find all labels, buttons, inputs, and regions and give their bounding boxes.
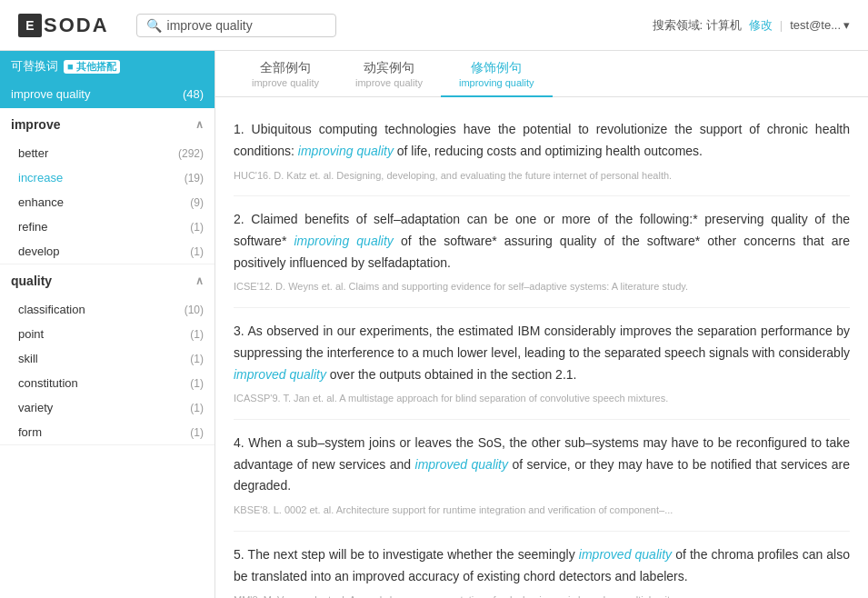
- sidebar-item-classification[interactable]: classification (10): [0, 297, 215, 322]
- sentence-1-highlight: improving quality: [298, 144, 394, 158]
- sidebar-phrase: improve quality (48): [0, 82, 215, 108]
- dropdown-arrow-icon: ▾: [843, 18, 850, 32]
- tab-verb[interactable]: 动宾例句 improve quality: [337, 51, 441, 97]
- sidebar-item-increase-label: increase: [18, 171, 63, 184]
- sidebar-phrase-text: improve quality: [11, 87, 90, 101]
- search-icon: 🔍: [146, 18, 162, 33]
- tab-all[interactable]: 全部例句 improve quality: [234, 51, 337, 97]
- sentence-5-ref: MM'8. M. Varewyck et. al. A novel chroma…: [234, 593, 850, 598]
- sentence-3: 3. As observed in our experiments, the e…: [234, 308, 850, 420]
- search-bar[interactable]: 🔍: [136, 14, 336, 37]
- sidebar-section-improve: improve ∧ better (292) increase (19) enh…: [0, 108, 215, 264]
- sidebar-item-constitution[interactable]: constitution (1): [0, 371, 215, 395]
- sidebar-item-develop-label: develop: [18, 244, 60, 258]
- sidebar-item-refine[interactable]: refine (1): [0, 214, 215, 239]
- sidebar-other-label: ■ 其他搭配: [64, 60, 120, 74]
- sidebar: 可替换词 ■ 其他搭配 improve quality (48) improve…: [0, 51, 215, 598]
- sidebar-section-quality-label: quality: [11, 274, 52, 288]
- sidebar-item-enhance-count: (9): [190, 196, 204, 209]
- sidebar-item-develop[interactable]: develop (1): [0, 239, 215, 264]
- sentence-1-ref: HUC'16. D. Katz et. al. Designing, devel…: [234, 168, 850, 184]
- sidebar-item-enhance-label: enhance: [18, 195, 64, 209]
- sentence-2: 2. Claimed benefits of self–adaptation c…: [234, 196, 850, 308]
- chevron-up-icon-quality: ∧: [195, 274, 204, 287]
- chevron-up-icon: ∧: [195, 118, 204, 131]
- sidebar-item-variety[interactable]: variety (1): [0, 395, 215, 420]
- sidebar-item-increase-count: (19): [185, 172, 204, 184]
- sidebar-item-form[interactable]: form (1): [0, 420, 215, 444]
- sidebar-item-better-label: better: [18, 146, 48, 160]
- sentence-2-text: 2. Claimed benefits of self–adaptation c…: [234, 209, 850, 274]
- modify-link[interactable]: 修改: [749, 17, 773, 34]
- tab-modifier[interactable]: 修饰例句 improving quality: [441, 51, 553, 97]
- logo: E SODA: [18, 14, 109, 37]
- sidebar-item-skill[interactable]: skill (1): [0, 346, 215, 371]
- main-layout: 可替换词 ■ 其他搭配 improve quality (48) improve…: [0, 51, 868, 598]
- sentence-2-highlight: improving quality: [294, 234, 394, 248]
- sentence-3-text: 3. As observed in our experiments, the e…: [234, 321, 850, 385]
- sentence-3-highlight: improved quality: [234, 367, 326, 382]
- sidebar-item[interactable]: better (292): [0, 141, 215, 165]
- sidebar-header-label: 可替换词: [11, 58, 58, 75]
- sentence-2-ref: ICSE'12. D. Weyns et. al. Claims and sup…: [234, 279, 850, 294]
- sidebar-item-point[interactable]: point (1): [0, 322, 215, 346]
- sentence-5-highlight: improved quality: [579, 547, 672, 562]
- sentence-5: 5. The next step will be to investigate …: [234, 532, 850, 598]
- header-right: 搜索领域: 计算机 修改 | test@te... ▾: [653, 17, 850, 34]
- logo-icon: E: [18, 14, 42, 37]
- sidebar-item-increase[interactable]: increase (19): [0, 165, 215, 190]
- sidebar-section-improve-label: improve: [11, 117, 60, 132]
- header: E SODA 🔍 搜索领域: 计算机 修改 | test@te... ▾: [0, 0, 868, 51]
- sidebar-section-quality: quality ∧ classification (10) point (1) …: [0, 264, 215, 445]
- tab-verb-sub: improve quality: [355, 77, 423, 88]
- user-dropdown[interactable]: test@te... ▾: [790, 18, 850, 32]
- sentence-1-text: 1. Ubiquitous computing technologies hav…: [234, 119, 850, 163]
- user-label: test@te...: [790, 18, 841, 32]
- tab-all-sub: improve quality: [252, 77, 319, 88]
- sentence-5-text: 5. The next step will be to investigate …: [234, 544, 850, 588]
- tab-verb-main: 动宾例句: [364, 60, 414, 76]
- tab-all-main: 全部例句: [260, 60, 311, 76]
- sidebar-phrase-count: (48): [183, 87, 204, 101]
- sentence-4-ref: KBSE'8. L. 0002 et. al. Architecture sup…: [234, 503, 850, 518]
- sentence-4: 4. When a sub–system joins or leaves the…: [234, 420, 850, 532]
- sidebar-item-enhance[interactable]: enhance (9): [0, 190, 215, 214]
- tab-modifier-sub: improving quality: [459, 77, 534, 88]
- sidebar-item-develop-count: (1): [190, 245, 204, 258]
- sidebar-section-quality-header[interactable]: quality ∧: [0, 264, 215, 297]
- sidebar-item-refine-count: (1): [190, 221, 204, 234]
- sentence-4-text: 4. When a sub–system joins or leaves the…: [234, 433, 850, 497]
- sidebar-header: 可替换词 ■ 其他搭配: [0, 51, 215, 82]
- sidebar-item-refine-label: refine: [18, 220, 48, 234]
- content: 全部例句 improve quality 动宾例句 improve qualit…: [215, 51, 868, 598]
- sentence-1: 1. Ubiquitous computing technologies hav…: [234, 106, 850, 196]
- tab-modifier-main: 修饰例句: [471, 60, 522, 76]
- sidebar-item-better-count: (292): [178, 147, 204, 160]
- logo-text: SODA: [44, 14, 109, 37]
- sentence-4-highlight: improved quality: [415, 457, 508, 472]
- tabs: 全部例句 improve quality 动宾例句 improve qualit…: [215, 51, 868, 97]
- sidebar-section-improve-header[interactable]: improve ∧: [0, 108, 215, 141]
- sentences: 1. Ubiquitous computing technologies hav…: [215, 97, 868, 598]
- domain-label: 搜索领域: 计算机: [653, 17, 742, 34]
- search-input[interactable]: [167, 18, 326, 33]
- sentence-3-ref: ICASSP'9. T. Jan et. al. A multistage ap…: [234, 391, 850, 406]
